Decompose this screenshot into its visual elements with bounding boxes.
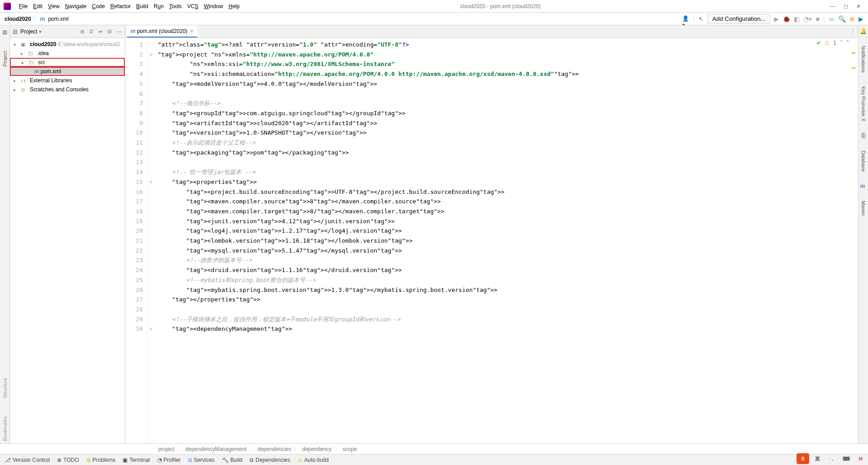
tab-notifications[interactable]: Notifications <box>861 43 866 75</box>
menu-refactor[interactable]: Refactor <box>108 2 133 10</box>
chevron-right-icon[interactable]: ▸ <box>14 87 19 92</box>
maven-icon: m <box>40 16 45 22</box>
breadcrumb-file[interactable]: pom.xml <box>48 16 68 22</box>
nav-deps[interactable]: dependencies <box>257 446 291 452</box>
tool-build[interactable]: 🔨Build <box>222 457 243 463</box>
user-icon[interactable]: 👤▾ <box>682 15 689 23</box>
tool-autobuild[interactable]: ⚠Auto-build <box>297 457 329 463</box>
nav-dep[interactable]: dependency <box>302 446 331 452</box>
project-title[interactable]: Project <box>20 28 37 35</box>
add-configuration-button[interactable]: Add Configuration... <box>708 14 771 23</box>
code-editor[interactable]: 1234567891011121314151617181920212223242… <box>125 38 858 443</box>
chevron-right-icon[interactable]: ▸ <box>14 78 19 83</box>
tree-pom-label: pom.xml <box>41 68 61 75</box>
translate-icon[interactable]: 🗛 <box>828 15 835 23</box>
tree-external-libraries[interactable]: ▸ ⫾⫾ External Libraries <box>10 76 125 85</box>
profile-icon[interactable]: ◔▾ <box>803 15 812 23</box>
nav-depmgmt[interactable]: dependencyManagement <box>185 446 246 452</box>
editor-inspection[interactable]: ✔ ⚠ 1 ˄ ˅ <box>816 40 849 46</box>
editor-tab-pom[interactable]: m pom.xml (cloud2020) × <box>127 25 197 38</box>
coverage-icon[interactable]: ◧ <box>794 15 800 23</box>
tab-close-icon[interactable]: × <box>190 28 193 34</box>
bell-icon[interactable]: 🔔 <box>860 28 867 34</box>
left-toolwindow-bar: ▦ Project Structure Bookmarks <box>0 25 10 443</box>
select-opened-icon[interactable]: ⊕ <box>80 28 85 35</box>
up-icon[interactable]: ˄ <box>840 40 843 46</box>
tab-database[interactable]: Database <box>861 148 866 174</box>
maven-tool-icon[interactable]: m <box>860 183 865 189</box>
menu-code[interactable]: Code <box>89 2 108 10</box>
fold-gutter[interactable]: ⊖⊖⊖ <box>148 38 154 443</box>
tab-keypromoter[interactable]: Key Promoter X <box>861 84 866 124</box>
tree-root[interactable]: ▾ ▣ cloud2020 E:\idea-workspace\cloud2 <box>10 40 125 49</box>
collapse-all-icon[interactable]: ⇴ <box>98 28 103 35</box>
bottom-toolbar: ⎇Version Control ≣TODO ⊘Problems ▣Termin… <box>0 454 868 465</box>
folder-icon: 🗀 <box>29 60 36 65</box>
breadcrumb-project[interactable]: cloud2020 <box>5 16 31 22</box>
menu-navigate[interactable]: Navigate <box>62 2 89 10</box>
tray-sogou-icon[interactable]: S <box>797 453 809 464</box>
maven-file-icon: m <box>34 68 39 75</box>
tab-bookmarks[interactable]: Bookmarks <box>2 414 8 443</box>
folder-icon: 🗀 <box>28 51 35 56</box>
tray-kbd-icon[interactable]: ⌨ <box>840 453 853 464</box>
tool-profiler[interactable]: ◔Profiler <box>157 457 181 463</box>
tool-problems[interactable]: ⊘Problems <box>86 457 116 463</box>
debug-icon[interactable]: 🐞 <box>783 15 790 23</box>
window-title: cloud2020 - pom.xml (cloud2020) <box>175 3 826 9</box>
settings-icon[interactable]: ⚙ <box>107 28 112 35</box>
menu-file[interactable]: File <box>16 2 30 10</box>
chevron-right-icon[interactable]: ▸ <box>21 51 26 56</box>
app-icon <box>4 3 11 10</box>
nav-scope[interactable]: scope <box>343 446 357 452</box>
menu-view[interactable]: View <box>45 2 62 10</box>
tab-menu-icon[interactable]: ⋮ <box>850 28 855 35</box>
tree-root-label: cloud2020 <box>30 41 57 47</box>
tree-pom[interactable]: m pom.xml <box>10 67 125 76</box>
search-icon[interactable]: 🔍 <box>838 15 846 23</box>
maximize-icon[interactable]: ◻ <box>844 3 848 9</box>
tool-version-control[interactable]: ⎇Version Control <box>5 457 50 463</box>
menu-build[interactable]: Build <box>133 2 151 10</box>
tree-idea[interactable]: ▸ 🗀 .idea <box>10 49 125 58</box>
editor-tabs: m pom.xml (cloud2020) × ⋮ <box>125 25 858 38</box>
tree-src[interactable]: ▸ 🗀 src <box>10 58 125 67</box>
tree-scratches[interactable]: ▸ ◎ Scratches and Consoles <box>10 85 125 94</box>
updates-icon[interactable]: ⊕ <box>849 15 855 23</box>
menu-edit[interactable]: Edit <box>30 2 45 10</box>
tab-structure[interactable]: Structure <box>2 376 8 400</box>
menu-run[interactable]: Run <box>151 2 166 10</box>
stop-icon[interactable]: ■ <box>816 15 819 23</box>
build-icon[interactable]: ↖ <box>698 15 704 23</box>
down-icon[interactable]: ˅ <box>846 40 849 46</box>
tree-idea-label: .idea <box>37 50 49 56</box>
chevron-right-icon[interactable]: ▸ <box>22 60 27 65</box>
tool-todo[interactable]: ≣TODO <box>57 457 79 463</box>
project-dropdown-icon[interactable]: ▾ <box>39 28 42 35</box>
expand-all-icon[interactable]: ⇵ <box>89 28 94 35</box>
close-icon[interactable]: ✕ <box>856 3 861 9</box>
minimize-icon[interactable]: — <box>830 3 835 9</box>
run-icon[interactable]: ▶ <box>774 15 779 23</box>
tree-scratches-label: Scratches and Consoles <box>30 86 89 93</box>
hide-icon[interactable]: — <box>117 28 122 35</box>
tool-dependencies[interactable]: ⧉Dependencies <box>250 457 290 463</box>
tool-services[interactable]: ⧉Services <box>188 457 215 463</box>
chevron-down-icon[interactable]: ▾ <box>14 42 19 47</box>
check-icon: ✔ <box>816 40 821 46</box>
ime-tray: S 英 ·， ⌨ H <box>797 453 867 464</box>
maven-tab-icon: m <box>131 28 136 34</box>
tab-project[interactable]: Project <box>2 49 8 69</box>
tray-punct-icon[interactable]: ·， <box>826 453 838 464</box>
nav-project[interactable]: project <box>158 446 175 452</box>
tray-h-icon[interactable]: H <box>854 453 867 464</box>
window-controls: — ◻ ✕ <box>826 3 864 9</box>
tab-maven[interactable]: Maven <box>861 198 866 218</box>
tray-lang[interactable]: 英 <box>811 453 824 464</box>
left-bar-icon[interactable]: ▦ <box>2 29 7 35</box>
database-icon[interactable]: 🗄 <box>861 133 866 139</box>
tool-terminal[interactable]: ▣Terminal <box>123 457 150 463</box>
scratch-icon: ◎ <box>21 87 28 93</box>
ide-icon[interactable]: ▶ <box>859 15 863 23</box>
code-content[interactable]: "attr">class="tag"><?xml "attr">version=… <box>154 38 858 443</box>
